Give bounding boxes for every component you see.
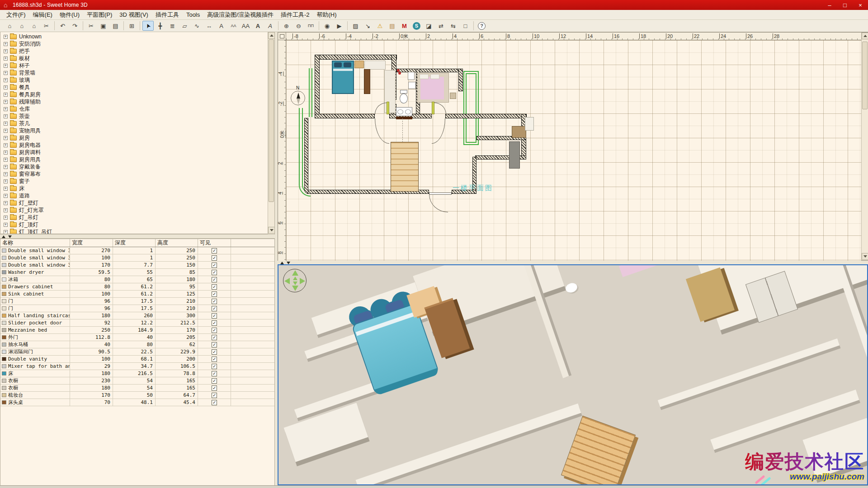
wall-3d[interactable] [658,338,840,407]
menu-item-8[interactable]: 插件工具-2 [277,10,313,20]
plugin-render-button[interactable]: ▨ [350,21,361,31]
help-button[interactable]: ? [476,21,487,31]
table-row-8[interactable]: 门9617.5210✓ [0,305,274,312]
expand-icon[interactable]: + [4,143,8,147]
nav-center-down-icon[interactable] [293,282,297,285]
create-video-button[interactable]: ▶ [334,21,345,31]
expand-icon[interactable]: + [4,114,8,118]
zoom-in-button[interactable]: ⊕ [281,21,292,31]
nav-down-icon[interactable] [292,286,298,291]
create-dimensions-button[interactable]: ↔ [203,21,215,31]
create-polylines-button[interactable]: ∿ [191,21,203,31]
tree-item-13[interactable]: +宠物用具 [0,127,274,134]
detach-window-button[interactable]: □ [460,21,471,31]
plugin-transform-b-button[interactable]: ⇆ [448,21,459,31]
open-home-button[interactable]: ⌂ [16,21,28,31]
create-photo-button[interactable]: ◉ [321,21,333,31]
expand-icon[interactable]: + [4,223,8,227]
visible-checkbox[interactable]: ✓ [212,306,217,311]
floor-plan-label[interactable]: 一楼平面图 [453,184,493,192]
tree-item-14[interactable]: +厨房 [0,134,274,141]
expand-icon[interactable]: + [4,136,8,140]
splitter-up-icon[interactable] [2,235,5,238]
create-walls-button[interactable]: ≣ [167,21,178,31]
closet-2d[interactable] [364,61,386,70]
save-home-button[interactable]: ⌂ [28,21,40,31]
plugin-warning-button[interactable]: ⚠ [374,21,386,31]
splitter-arrows[interactable] [2,235,12,238]
zoom-out-button[interactable]: ⊖ [293,21,304,31]
tree-item-9[interactable]: +残障辅助 [0,98,274,105]
expand-icon[interactable]: + [4,165,8,169]
vanity-base-2d[interactable] [396,117,412,119]
expand-icon[interactable]: + [4,71,8,75]
nav-center-up-icon[interactable] [293,277,297,280]
decrease-text-size-button[interactable]: AA [228,21,239,31]
menu-item-3[interactable]: 平面图(P) [83,10,116,20]
expand-icon[interactable]: + [4,194,8,198]
table-row-11[interactable]: Mezzanine bed250184.9170✓ [0,327,274,334]
toggle-italic-button[interactable]: A [264,21,276,31]
plugin-transform-a-button[interactable]: ⇄ [435,21,447,31]
selected-balcony[interactable] [463,71,479,145]
expand-icon[interactable]: + [4,216,8,220]
plugin-m-button[interactable]: M [399,21,410,31]
valve-2d[interactable] [397,69,401,74]
visible-checkbox[interactable]: ✓ [212,364,217,369]
table-row-1[interactable]: Double small window 3x3...1001250✓ [0,254,274,262]
visible-checkbox[interactable]: ✓ [212,284,217,290]
tree-item-10[interactable]: +仓库 [0,105,274,113]
table-row-4[interactable]: 冰箱8065180✓ [0,276,274,283]
table-row-19[interactable]: 衣橱18054165✓ [0,385,274,392]
tree-item-5[interactable]: +背景墙 [0,69,274,76]
visible-checkbox[interactable]: ✓ [212,400,217,405]
cut-button[interactable]: ✂ [85,21,97,31]
wall[interactable] [315,114,375,118]
cabinet-brown-2d[interactable] [512,126,526,138]
visible-checkbox[interactable]: ✓ [212,335,217,340]
expand-icon[interactable]: + [4,56,8,61]
table-row-13[interactable]: 抽水马桶408062✓ [0,341,274,348]
tree-item-18[interactable]: +穿戴装备 [0,163,274,170]
sink-2d[interactable] [408,72,415,80]
expand-icon[interactable]: + [4,93,8,97]
visible-checkbox[interactable]: ✓ [212,378,217,384]
scroll-up-icon[interactable] [862,33,868,39]
tree-item-21[interactable]: +床 [0,185,274,192]
table-row-16[interactable]: Mixer tap for bath and ...2934.7106.5✓ [0,363,274,370]
expand-icon[interactable]: + [4,122,8,126]
visible-checkbox[interactable]: ✓ [212,385,217,391]
tree-item-8[interactable]: +餐具厨房 [0,91,274,98]
visible-checkbox[interactable]: ✓ [212,263,217,268]
plan-canvas[interactable]: N [286,40,861,261]
toilet-3d[interactable] [564,282,578,294]
splitter-down-icon[interactable] [8,235,12,238]
menu-item-2[interactable]: 物件(U) [56,10,83,20]
tree-item-4[interactable]: +杯子 [0,62,274,69]
wall[interactable] [445,114,527,118]
column-header-3[interactable]: 高度 [156,239,198,247]
tree-item-2[interactable]: +把手 [0,47,274,55]
table-row-7[interactable]: 门9617.5210✓ [0,298,274,305]
splitter-down-icon[interactable] [287,262,290,264]
tree-item-16[interactable]: +厨房调料 [0,149,274,156]
table-row-6[interactable]: Sink cabinet10061.2125✓ [0,291,274,298]
menu-item-5[interactable]: 插件工具 [152,10,183,20]
visible-checkbox[interactable]: ✓ [212,328,217,333]
plan-scrollbar[interactable] [861,33,868,260]
splitter-arrows[interactable] [280,261,290,264]
tree-item-7[interactable]: +餐具 [0,84,274,91]
tree-item-1[interactable]: +安防消防 [0,40,274,47]
visible-checkbox[interactable]: ✓ [212,313,217,319]
tree-item-19[interactable]: +窗帘幕布 [0,170,274,178]
wall[interactable] [304,118,308,194]
expand-icon[interactable]: + [4,35,8,39]
table-row-10[interactable]: Slider pocket door9212.2212.5✓ [0,319,274,327]
tree-item-12[interactable]: +茶几 [0,120,274,127]
expand-icon[interactable]: + [4,107,8,111]
tree-item-17[interactable]: +厨房用具 [0,156,274,163]
undo-button[interactable]: ↶ [57,21,68,31]
menu-item-4[interactable]: 3D 视图(V) [116,10,152,20]
wall[interactable] [315,55,397,60]
toilet-2d[interactable] [400,94,408,103]
